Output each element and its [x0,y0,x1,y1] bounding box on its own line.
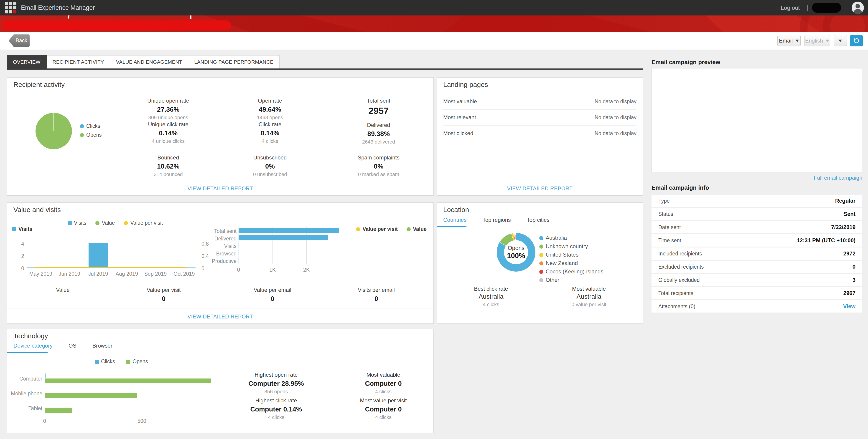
funnel-bar-delivered [239,235,328,240]
legend-label: United States [546,251,579,258]
separator [437,180,643,180]
funnel-bar-productive [239,258,239,263]
tab-countries[interactable]: Countries [443,217,467,226]
info-row-total-recipients: Total recipients2967 [652,287,862,299]
attachments-view-link[interactable]: View [843,303,856,310]
report-tabs: OVERVIEW RECIPIENT ACTIVITY VALUE AND EN… [7,55,280,68]
info-row-time-sent: Time sent12:31 PM (UTC +10:00) [652,234,862,246]
back-button[interactable]: Back [9,34,30,47]
gridline [26,256,199,256]
stat-spam-complaints: Spam complaints 0% 0 marked as spam [358,155,400,177]
panel-title: Technology [13,332,48,340]
legend-label: Opens [132,359,148,364]
tab-device-category[interactable]: Device category [13,343,53,352]
view-detailed-report-link[interactable]: VIEW DETAILED REPORT [437,185,643,192]
x-tick: Oct 2019 [174,271,195,277]
x-tick: 500 [137,418,146,424]
more-actions-dropdown[interactable] [834,35,847,46]
stat-unsubscribed: Unsubscribed 0% 0 unsubscribed [253,155,287,177]
email-campaign-preview-title: Email campaign preview [652,59,720,66]
funnel-label: Productive [195,258,237,264]
banner-arc [823,15,868,32]
person-icon [851,2,864,14]
value-per-visit-line [34,267,187,268]
opens-bar-mobile-phone [45,393,137,398]
landing-row-most-valuable: Most valuable No data to display [443,94,637,109]
donut-center-label: Opens [504,245,528,251]
stat-highest-open-rate: Highest open rate Computer 28.95% 856 op… [248,372,304,395]
legend-label: Australia [546,235,567,241]
funnel-bar-visits [239,243,239,248]
legend-label: Clicks [86,123,100,129]
stat-unique-open-rate: Unique open rate 27.36% 809 unique opens [147,98,189,121]
grid-cell [5,10,8,13]
legend-label: Value per visit [130,220,163,226]
tab-browser[interactable]: Browser [92,343,113,352]
legend-dot [539,253,544,257]
y-tick: 4 [17,241,24,247]
x-tick: 1K [269,267,276,273]
grid-cell [5,6,8,9]
visits-legend-swatch [68,221,72,225]
email-dropdown[interactable]: Email [777,35,801,46]
category-label: Computer [8,376,42,382]
clicks-bar-computer [45,373,45,378]
stat-value: Value [56,287,70,295]
panel-title: Recipient activity [13,81,65,89]
grid-cell [9,10,12,13]
active-tab-indicator [437,226,466,227]
avatar[interactable] [851,2,864,14]
info-row-globally-excluded: Globally excluded3 [652,274,862,286]
tab-value-and-engagement[interactable]: VALUE AND ENGAGEMENT [110,55,188,68]
tab-recipient-activity[interactable]: RECIPIENT ACTIVITY [46,55,110,68]
tab-top-regions[interactable]: Top regions [483,217,511,226]
stat-click-rate: Click rate 0.14% 4 clicks [258,121,281,144]
info-row-included-recipients: Included recipients2972 [652,247,862,260]
stat-most-valuable-device: Most valuable Computer 0 4 clicks [365,372,402,395]
legend-label: Value [102,220,115,226]
grid-cell [13,6,17,9]
logout-link[interactable]: Log out [781,0,800,15]
language-dropdown: English [804,35,830,46]
tab-os[interactable]: OS [68,343,76,352]
funnel-bar-browsed [239,250,239,255]
funnel-label: Visits [195,243,237,249]
grid-cell [9,6,12,9]
legend-label: Other [546,277,559,283]
view-detailed-report-link[interactable]: VIEW DETAILED REPORT [7,314,433,320]
clicks-bar-mobile-phone [45,388,45,393]
legend-label: Visits [74,220,87,226]
view-detailed-report-link[interactable]: VIEW DETAILED REPORT [7,185,433,192]
tab-top-cities[interactable]: Top cities [527,217,550,226]
stat-most-valuable-country: Most valuable Australia 0 value per visi… [571,286,607,307]
funnel-label: Delivered [195,236,237,242]
refresh-button[interactable] [850,35,863,46]
stat-most-value-per-visit: Most value per visit Computer 0 4 clicks [360,397,407,420]
category-label: Tablet [8,405,42,411]
y-tick-right: 0 [202,265,205,272]
campaign-name-redacted [2,21,231,30]
stat-unique-click-rate: Unique click rate 0.14% 4 unique clicks [148,121,188,144]
grid-cell [5,2,8,5]
refresh-icon [853,37,860,44]
username-redacted-pill[interactable] [812,3,841,13]
legend-label: Cocos (Keeling) Islands [546,268,603,275]
full-email-campaign-link[interactable]: Full email campaign [814,175,862,181]
tab-overview[interactable]: OVERVIEW [7,55,46,68]
launchpad-grid-icon[interactable] [5,2,17,13]
technology-panel: Technology Device category OS Browser Cl… [7,329,434,433]
recipient-activity-panel: Recipient activity Clicks Opens Unique o… [7,77,434,196]
grid-cell [13,2,17,5]
value-and-visits-panel: Value and visits Visits Value Value per … [7,202,434,324]
legend-dot [539,270,544,274]
x-tick: Sep 2019 [144,271,167,277]
location-donut: Opens 100% [497,233,535,272]
email-campaign-info-title: Email campaign info [652,184,709,191]
value-per-visit-legend-dot [124,221,128,225]
gridline [142,371,142,415]
pie-slice-boundary [54,113,54,131]
tab-landing-page-performance[interactable]: LANDING PAGE PERFORMANCE [188,55,280,68]
stat-country: Australia [571,293,607,300]
funnel-bar-total-sent [239,228,339,233]
legend-dot [539,236,544,240]
